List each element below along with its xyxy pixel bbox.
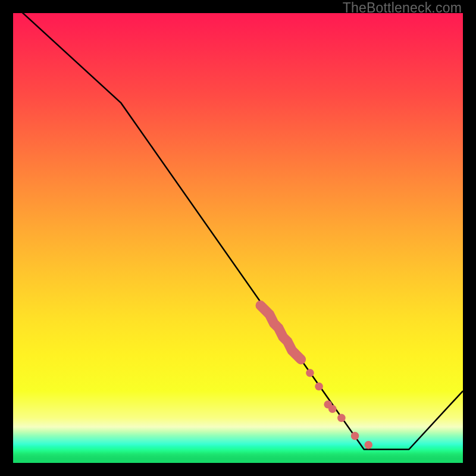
- chart-svg: [13, 13, 463, 463]
- highlight-point: [364, 441, 372, 449]
- highlight-point: [297, 355, 305, 364]
- highlight-point: [351, 432, 359, 440]
- chart-frame: TheBottleneck.com: [0, 0, 476, 476]
- highlight-point: [274, 324, 283, 332]
- bottleneck-curve: [13, 13, 463, 449]
- curve-path: [13, 13, 463, 449]
- highlight-point: [328, 405, 337, 413]
- highlight-segment: [256, 302, 372, 449]
- chart-plot-area: [13, 13, 463, 463]
- highlight-point: [283, 337, 292, 346]
- highlight-point: [306, 369, 314, 377]
- highlight-point: [265, 311, 274, 319]
- highlight-point: [315, 383, 323, 391]
- highlight-point: [337, 414, 346, 422]
